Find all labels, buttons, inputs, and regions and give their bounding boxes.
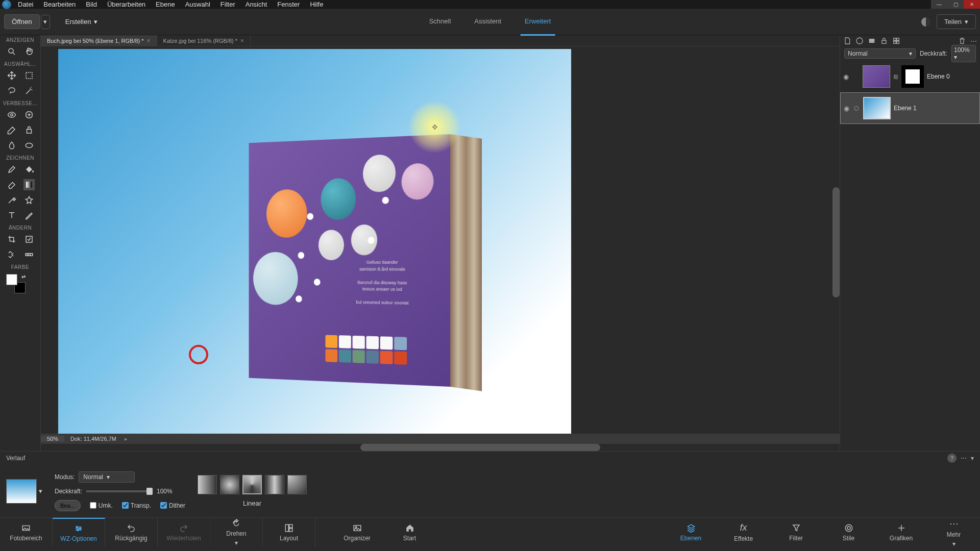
eye-tool[interactable]	[6, 109, 17, 120]
layer-ebene-0[interactable]: ◉ ⛓ Ebene 0	[840, 61, 980, 92]
doctab-buch[interactable]: Buch.jpeg bei 50% (Ebene 1, RGB/8) *×	[41, 35, 157, 46]
menu-ebene[interactable]: Ebene	[151, 1, 180, 8]
smart-brush-tool[interactable]	[6, 124, 17, 136]
mask-icon[interactable]	[868, 37, 876, 45]
link-icon[interactable]: ⬡	[854, 105, 860, 112]
content-move-tool[interactable]	[6, 249, 17, 260]
gradient-linear[interactable]	[198, 475, 217, 494]
menu-filter[interactable]: Filter	[216, 1, 240, 8]
gradient-tool[interactable]	[23, 179, 35, 190]
crop-tool[interactable]	[6, 234, 17, 245]
blur-tool[interactable]	[6, 140, 17, 151]
tab-assistent[interactable]: Assistent	[470, 8, 505, 36]
minimize-button[interactable]: —	[931, 0, 947, 9]
tb-effekte[interactable]: fxEffekte	[717, 518, 770, 547]
menu-bearbeiten[interactable]: Bearbeiten	[39, 1, 80, 8]
tb-fotobereich[interactable]: Fotobereich	[0, 518, 53, 547]
menu-auswahl[interactable]: Auswahl	[181, 1, 215, 8]
theme-toggle-icon[interactable]	[921, 17, 930, 27]
canvas-area[interactable]: Geliuso tiaandersamision B.ård einovalsB…	[41, 46, 840, 434]
move-tool[interactable]	[6, 70, 17, 81]
menu-fenster[interactable]: Fenster	[273, 1, 304, 8]
gradient-radial[interactable]	[220, 475, 239, 494]
canvas[interactable]: Geliuso tiaandersamision B.ård einovalsB…	[58, 49, 571, 434]
close-button[interactable]: ✕	[964, 0, 980, 9]
edit-gradient-button[interactable]: Bea...	[55, 500, 81, 511]
visibility-icon[interactable]: ◉	[843, 73, 850, 81]
blend-mode-select[interactable]: Normal▾	[844, 48, 916, 59]
tb-wz-optionen[interactable]: WZ-Optionen	[53, 518, 105, 547]
menu-ueberarbeiten[interactable]: Überarbeiten	[103, 1, 150, 8]
gradient-diamond[interactable]	[287, 475, 307, 494]
create-button[interactable]: Erstellen ▾	[60, 15, 103, 29]
tb-drehen[interactable]: Drehen ▾	[210, 518, 263, 547]
recompose-tool[interactable]	[23, 234, 35, 245]
swap-colors-icon[interactable]: ⇄	[21, 274, 26, 280]
tb-start[interactable]: Start	[383, 518, 436, 547]
fx-icon[interactable]	[892, 37, 900, 45]
menu-bild[interactable]: Bild	[81, 1, 102, 8]
close-tab-icon[interactable]: ×	[147, 37, 151, 44]
magic-wand-tool[interactable]	[23, 85, 35, 96]
eyedropper-tool[interactable]	[6, 194, 17, 206]
opacity-slider[interactable]	[86, 490, 153, 492]
brush-tool[interactable]	[6, 164, 17, 175]
menu-ansicht[interactable]: Ansicht	[241, 1, 272, 8]
open-dropdown[interactable]: ▾	[41, 15, 50, 29]
gradient-angle[interactable]	[242, 475, 262, 494]
straighten-tool[interactable]	[23, 249, 35, 260]
tb-organizer[interactable]: Organizer	[331, 518, 383, 547]
gradient-reflected[interactable]	[265, 475, 284, 494]
tab-erweitert[interactable]: Erweitert	[521, 8, 555, 36]
collapse-icon[interactable]: ▾	[971, 455, 974, 462]
adjustment-icon[interactable]	[855, 37, 864, 45]
tab-schnell[interactable]: Schnell	[425, 8, 455, 36]
eraser-tool[interactable]	[6, 179, 17, 190]
lasso-tool[interactable]	[6, 85, 17, 96]
mode-select[interactable]: Normal ▾	[79, 471, 135, 483]
trash-icon[interactable]	[958, 37, 966, 45]
zoom-tool[interactable]	[6, 46, 17, 57]
foreground-color-swatch[interactable]	[6, 274, 17, 285]
marquee-tool[interactable]	[23, 70, 35, 81]
reverse-checkbox[interactable]: Umk.	[90, 502, 113, 509]
new-file-icon[interactable]	[843, 37, 851, 45]
layer-mask-thumbnail[interactable]	[901, 65, 924, 88]
chain-icon[interactable]: ⛓	[893, 74, 898, 80]
shape-tool[interactable]	[23, 194, 35, 206]
gradient-picker-dropdown[interactable]: ▾	[39, 487, 42, 495]
layer-name[interactable]: Ebene 0	[927, 73, 950, 80]
layer-name[interactable]: Ebene 1	[894, 105, 917, 112]
options-menu-icon[interactable]: ⋯	[961, 455, 967, 462]
panel-menu-icon[interactable]: ⋯	[970, 37, 977, 45]
tb-rueckgaengig[interactable]: Rückgängig	[105, 518, 158, 547]
menu-datei[interactable]: Datei	[13, 1, 38, 8]
tb-mehr[interactable]: ⋯Mehr ▾	[927, 518, 980, 547]
gradient-preview[interactable]	[6, 479, 37, 504]
visibility-icon[interactable]: ◉	[844, 105, 851, 112]
pencil-tool[interactable]	[23, 210, 35, 221]
help-icon[interactable]: ?	[947, 454, 957, 463]
spot-heal-tool[interactable]	[23, 109, 35, 120]
sponge-tool[interactable]	[23, 140, 35, 151]
layer-thumbnail[interactable]	[863, 97, 891, 119]
layer-ebene-1[interactable]: ◉ ⬡ Ebene 1	[840, 92, 980, 124]
transparency-checkbox[interactable]: Transp.	[122, 502, 151, 509]
maximize-button[interactable]: ▢	[947, 0, 964, 9]
open-button[interactable]: Öffnen	[4, 14, 40, 29]
tb-ebenen[interactable]: Ebenen	[665, 518, 717, 547]
share-button[interactable]: Teilen ▾	[937, 14, 976, 29]
tb-wiederholen[interactable]: Wiederholen	[158, 518, 210, 547]
tb-filter[interactable]: Filter	[770, 518, 822, 547]
opacity-input[interactable]: 100% ▾	[951, 45, 976, 62]
dither-checkbox[interactable]: Dither	[160, 502, 185, 509]
hand-tool[interactable]	[23, 46, 35, 57]
horizontal-scrollbar[interactable]	[41, 444, 840, 451]
tb-grafiken[interactable]: Grafiken	[875, 518, 927, 547]
doctab-katze[interactable]: Katze.jpg bei 116% (RGB/8) *×	[157, 35, 251, 46]
tb-stile[interactable]: Stile	[822, 518, 875, 547]
close-tab-icon[interactable]: ×	[240, 37, 244, 44]
layer-thumbnail[interactable]	[863, 65, 890, 88]
lock-icon[interactable]	[880, 37, 888, 45]
vertical-scrollbar[interactable]	[832, 59, 840, 426]
